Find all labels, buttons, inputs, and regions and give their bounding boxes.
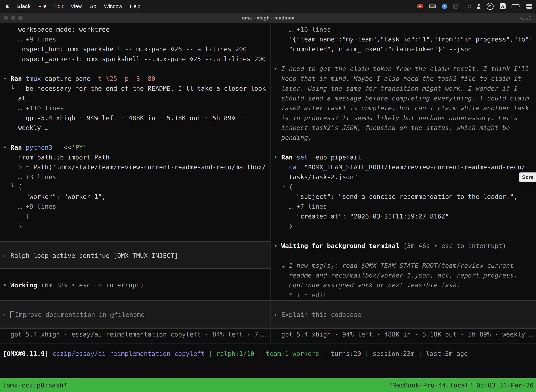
zoom-button[interactable]	[18, 16, 23, 20]
terminal-row: readme-and-reco/mailbox/worker-1.json, a…	[274, 271, 536, 280]
terminal-row	[3, 271, 270, 280]
menu-window[interactable]: Window	[104, 4, 122, 9]
terminal-row	[3, 241, 270, 251]
terminal-text: }	[274, 223, 293, 230]
terminal-row: at	[3, 93, 270, 103]
terminal-text: from pathlib import Path	[3, 154, 110, 161]
terminal-text: Working	[10, 281, 41, 289]
window-title: omx --xhigh --madmax	[0, 15, 536, 21]
menu-file[interactable]: File	[38, 4, 47, 9]
tmux-session-label: [omx-cczip0:bash*	[2, 382, 67, 389]
terminal-text: •	[274, 154, 281, 161]
apple-menu-icon[interactable]	[5, 4, 10, 9]
terminal-text: gpt-5.4 xhigh · 94% left · 488K in · 5.1…	[3, 114, 243, 121]
terminal-text: gpt-5.4 xhigh · essay/ai-reimplementatio…	[3, 331, 266, 338]
terminal-text: set	[297, 154, 312, 161]
terminal-row	[274, 300, 536, 310]
terminal-row	[274, 143, 536, 152]
terminal-row: • Ran python3 - <<'PY'	[3, 143, 270, 152]
terminal-row: "completed","claim_token":"claim-token"}…	[274, 44, 536, 54]
terminal-row: from pathlib import Path	[3, 152, 270, 162]
terminal-text: be necessary for the end of the README. …	[26, 85, 266, 92]
terminal-row	[3, 231, 270, 241]
terminal-text: •	[274, 65, 281, 72]
screen-recording-icon[interactable]	[417, 4, 423, 9]
terminal-text: … +9 lines	[3, 203, 56, 210]
battery-icon[interactable]	[512, 5, 520, 8]
menu-view[interactable]: View	[71, 4, 82, 9]
terminal-row: gpt-5.4 xhigh · essay/ai-reimplementatio…	[3, 330, 270, 339]
terminal-row: … +7 lines	[274, 202, 536, 211]
terminal-text: Ran	[281, 154, 297, 161]
terminal-text: later. Using the same for transition mig…	[274, 85, 517, 92]
blue-app-icon[interactable]	[442, 4, 447, 9]
dark-app-icon[interactable]	[453, 4, 459, 9]
terminal-row: ]	[3, 211, 270, 221]
terminal-text: Ralph loop active continue [OMX_TMUX_INJ…	[10, 252, 178, 259]
titlebar[interactable]: omx --xhigh --madmax ⌥⌘1	[0, 13, 536, 23]
terminal-text: (3m 46s • esc to interrupt)	[403, 242, 506, 249]
terminal-text: 1 new msg(s): read $OMX_TEAM_STATE_ROOT/…	[289, 262, 517, 269]
terminal-text: '{"team_name":"my-team","task_id":"1","f…	[274, 36, 533, 43]
terminal-text: cat	[289, 163, 304, 171]
terminal-row: task2 after task1 is complete, but can I…	[274, 103, 536, 113]
terminal-text: continue assigned work or next feasible …	[274, 281, 460, 289]
close-button[interactable]	[4, 16, 8, 20]
menubar: Slack File Edit View Go Window Help ⌨ ∷∷…	[0, 0, 536, 13]
terminal-row	[3, 300, 270, 310]
terminal-row: "worker": "worker-1",	[3, 192, 270, 202]
menu-app-name[interactable]: Slack	[17, 4, 31, 9]
pane-right: … +16 lines '{"team_name":"my-team","tas…	[271, 23, 536, 339]
terminal-row: weekly …	[3, 123, 270, 133]
menu-edit[interactable]: Edit	[54, 4, 63, 9]
terminal-row: › Ralph loop active continue [OMX_TMUX_I…	[3, 251, 270, 261]
assistant-icon[interactable]	[477, 4, 481, 9]
terminal-row: p = Path('.omx/state/team/review-current…	[3, 162, 270, 172]
terminal-text: is in progress? It seems likely but perh…	[274, 114, 517, 121]
terminal-row: "subject": "send a concise recommendatio…	[274, 192, 536, 202]
pane-right-rows: … +16 lines '{"team_name":"my-team","tas…	[271, 23, 536, 339]
menu-help[interactable]: Help	[130, 4, 140, 9]
terminal-text: "completed","claim_token":"claim-token"}…	[274, 46, 472, 53]
terminal-text: … +16 lines	[274, 26, 331, 33]
terminal-row: inspect_hud: omx sparkshell --tmux-pane …	[3, 44, 270, 54]
menu-go[interactable]: Go	[90, 4, 96, 9]
omx-status-line: [OMX#0.11.9] cczip/essay/ai-reimplementa…	[0, 349, 536, 359]
terminal-text: [OMX#0.11.9]	[3, 350, 53, 357]
terminal-text: inspect_worker-1: omx sparkshell --tmux-…	[3, 55, 266, 62]
terminal-text: inspect task2's JSON, focusing on the st…	[274, 124, 510, 131]
dots-grid-icon[interactable]: ∷∷	[464, 4, 471, 9]
terminal-row	[3, 261, 270, 271]
input-source-icon[interactable]: A	[500, 3, 506, 9]
terminal-text: turns:20	[330, 350, 361, 357]
terminal-text: should send a message before completing …	[274, 95, 529, 102]
terminal-text: •	[3, 75, 10, 82]
terminal-text: Ran	[10, 75, 26, 82]
window-shortcut: ⌥⌘1	[519, 15, 531, 21]
terminal-row: "created_at": "2026-03-31T11:59:27.816Z"	[274, 211, 536, 221]
terminal-text: Waiting for background terminal	[281, 242, 403, 249]
battery-percent-ring[interactable]: 61	[487, 3, 494, 10]
terminal-row: cat "$OMX_TEAM_STATE_ROOT/team/review-cu…	[274, 162, 536, 172]
minimize-button[interactable]	[11, 16, 15, 20]
terminal-text: task2 after task1 is complete, but can I…	[274, 104, 529, 112]
terminal-row: workspace_mode: worktree	[3, 25, 270, 34]
terminal-text: keep that in mind. Maybe I also need the…	[274, 75, 522, 82]
terminal-text: └	[274, 183, 289, 190]
terminal-row: ⌥ + ↑ edit	[274, 290, 536, 300]
control-center-icon[interactable]	[526, 4, 532, 9]
terminal-row: later. Using the same for transition mig…	[274, 84, 536, 93]
tmux-status-bar: [omx-cczip0:bash* "MacBook-Pro-44.local"…	[0, 378, 536, 392]
terminal-row: inspect task2's JSON, focusing on the st…	[274, 123, 536, 133]
terminal-text: weekly …	[3, 124, 48, 131]
keyboard-icon[interactable]: ⌨	[429, 4, 436, 9]
terminal-row	[274, 251, 536, 261]
terminal-text: └	[3, 183, 18, 190]
terminal-row	[274, 54, 536, 64]
terminal-row: • Ran set -euo pipefail	[274, 152, 536, 162]
terminal[interactable]: workspace_mode: worktree … +9 lines insp…	[0, 23, 536, 392]
terminal-text: Ran	[10, 144, 26, 151]
terminal-text: last:3m ago	[426, 350, 468, 357]
pane-left-rows: workspace_mode: worktree … +9 lines insp…	[0, 23, 270, 339]
terminal-row	[3, 290, 270, 300]
